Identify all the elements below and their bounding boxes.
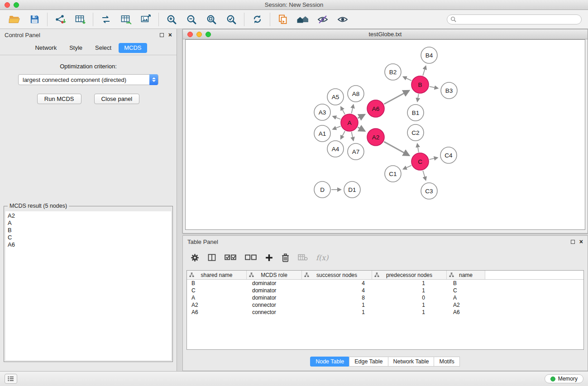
table-cell[interactable]: 0 bbox=[372, 295, 447, 301]
run-mcds-button[interactable]: Run MCDS bbox=[37, 94, 81, 104]
table-row[interactable]: Adominator80A bbox=[187, 294, 583, 301]
graph-node-B2[interactable]: B2 bbox=[385, 64, 401, 80]
graph-edge-A-A5[interactable] bbox=[341, 107, 345, 114]
table-cell[interactable]: A bbox=[187, 295, 247, 301]
save-session-button[interactable] bbox=[26, 12, 43, 27]
clone-network-button[interactable] bbox=[275, 12, 291, 27]
table-cell[interactable]: 8 bbox=[302, 295, 372, 301]
tab-node-table[interactable]: Node Table bbox=[310, 357, 349, 367]
graph-node-D1[interactable]: D1 bbox=[344, 181, 360, 198]
graph-node-A3[interactable]: A3 bbox=[314, 104, 330, 120]
table-cell[interactable]: A bbox=[447, 295, 485, 301]
graph-node-D[interactable]: D bbox=[314, 181, 330, 198]
tab-style[interactable]: Style bbox=[64, 43, 88, 53]
table-row[interactable]: A6connector11A6 bbox=[187, 309, 583, 316]
result-item[interactable]: A bbox=[5, 219, 171, 227]
table-cell[interactable]: 1 bbox=[372, 280, 447, 286]
graph-edge-A2-C[interactable] bbox=[384, 142, 409, 155]
open-session-button[interactable] bbox=[6, 12, 23, 27]
task-history-button[interactable] bbox=[5, 374, 17, 384]
graph-node-A6[interactable]: A6 bbox=[367, 100, 384, 117]
table-cell[interactable]: 1 bbox=[302, 309, 372, 315]
zoom-in-button[interactable] bbox=[163, 12, 180, 27]
mcds-result-list[interactable]: A2ABCA6 bbox=[5, 211, 171, 360]
table-cell[interactable]: A6 bbox=[447, 309, 485, 315]
tab-motifs[interactable]: Motifs bbox=[434, 357, 459, 367]
delete-table-button[interactable] bbox=[297, 253, 308, 262]
delete-row-button[interactable] bbox=[281, 253, 290, 262]
export-network-button[interactable] bbox=[98, 12, 114, 27]
add-row-button[interactable] bbox=[265, 253, 273, 262]
function-builder-button[interactable]: f(x) bbox=[316, 253, 328, 262]
zoom-selected-button[interactable] bbox=[223, 12, 239, 27]
table-cell[interactable]: A2 bbox=[187, 302, 247, 308]
tab-select[interactable]: Select bbox=[90, 43, 117, 53]
graph-node-C[interactable]: C bbox=[411, 153, 429, 170]
tab-network[interactable]: Network bbox=[29, 43, 62, 53]
result-item[interactable]: C bbox=[5, 234, 171, 241]
table-cell[interactable]: 4 bbox=[302, 280, 372, 286]
column-header-shared-name[interactable]: shared name bbox=[187, 271, 247, 279]
show-column-button[interactable] bbox=[207, 253, 216, 262]
zoom-fit-button[interactable] bbox=[203, 12, 220, 27]
graph-edge-A6-B[interactable] bbox=[384, 91, 409, 104]
graph-edge-A-A4[interactable] bbox=[341, 131, 345, 139]
graph-edge-C-C2[interactable] bbox=[417, 144, 419, 152]
graph-node-B1[interactable]: B1 bbox=[407, 105, 424, 121]
export-image-button[interactable] bbox=[138, 12, 154, 27]
show-details-button[interactable] bbox=[335, 12, 351, 27]
optimization-criterion-dropdown[interactable]: largest connected component (directed) bbox=[18, 74, 158, 85]
graph-node-A2[interactable]: A2 bbox=[367, 129, 384, 146]
graph-node-A1[interactable]: A1 bbox=[314, 125, 330, 142]
unselect-all-button[interactable] bbox=[244, 253, 257, 262]
graph-node-A7[interactable]: A7 bbox=[348, 143, 364, 160]
float-table-panel-icon[interactable] bbox=[571, 240, 575, 244]
tab-mcds[interactable]: MCDS bbox=[119, 43, 147, 53]
column-header-predecessor-nodes[interactable]: predecessor nodes bbox=[372, 271, 447, 279]
close-table-panel-icon[interactable]: × bbox=[579, 238, 583, 245]
graph-edge-A-A8[interactable] bbox=[352, 105, 354, 113]
zoom-out-button[interactable] bbox=[183, 12, 200, 27]
table-cell[interactable]: 1 bbox=[372, 302, 447, 308]
graph-edge-A-A3[interactable] bbox=[333, 116, 340, 119]
graph-node-A8[interactable]: A8 bbox=[348, 86, 364, 102]
table-cell[interactable]: C bbox=[447, 287, 485, 294]
table-cell[interactable]: 1 bbox=[372, 287, 447, 294]
home-button[interactable] bbox=[295, 12, 311, 27]
table-row[interactable]: Cdominator41C bbox=[187, 287, 583, 294]
column-header-MCDS-role[interactable]: MCDS role bbox=[247, 271, 302, 279]
tab-network-table[interactable]: Network Table bbox=[388, 357, 435, 367]
table-cell[interactable]: B bbox=[187, 280, 247, 286]
table-cell[interactable]: A6 bbox=[187, 309, 247, 315]
result-item[interactable]: B bbox=[5, 227, 171, 234]
column-header-name[interactable]: name bbox=[447, 271, 485, 279]
table-settings-button[interactable] bbox=[190, 253, 200, 262]
table-cell[interactable]: connector bbox=[247, 309, 302, 315]
table-cell[interactable]: 1 bbox=[302, 302, 372, 308]
tab-edge-table[interactable]: Edge Table bbox=[349, 357, 388, 367]
graph-edge-B-B2[interactable] bbox=[403, 77, 411, 81]
table-row[interactable]: Bdominator41B bbox=[187, 280, 583, 287]
table-cell[interactable]: 4 bbox=[302, 287, 372, 294]
graph-edge-B-B4[interactable] bbox=[423, 66, 425, 76]
graph-node-C4[interactable]: C4 bbox=[440, 147, 457, 163]
table-cell[interactable]: dominator bbox=[247, 280, 302, 286]
close-panel-icon[interactable]: × bbox=[168, 32, 172, 38]
export-table-button[interactable] bbox=[118, 12, 134, 27]
graph-edge-A-A7[interactable] bbox=[352, 132, 354, 141]
hide-details-button[interactable] bbox=[315, 12, 331, 27]
table-cell[interactable]: B bbox=[447, 280, 485, 286]
search-input[interactable] bbox=[458, 15, 581, 24]
table-row[interactable]: A2connector11A2 bbox=[187, 301, 583, 309]
table-cell[interactable]: dominator bbox=[247, 295, 302, 301]
column-header-successor-nodes[interactable]: successor nodes bbox=[302, 271, 372, 279]
close-panel-button[interactable]: Close panel bbox=[94, 94, 140, 104]
memory-button[interactable]: Memory bbox=[545, 374, 583, 383]
graph-node-B4[interactable]: B4 bbox=[421, 47, 437, 63]
graph-node-A4[interactable]: A4 bbox=[327, 141, 344, 157]
graph-node-C1[interactable]: C1 bbox=[385, 166, 401, 182]
graph-node-A5[interactable]: A5 bbox=[327, 89, 344, 105]
table-cell[interactable]: C bbox=[187, 287, 247, 294]
graph-edge-A-A6[interactable] bbox=[358, 114, 365, 118]
graph-edge-B-B3[interactable] bbox=[430, 86, 438, 88]
